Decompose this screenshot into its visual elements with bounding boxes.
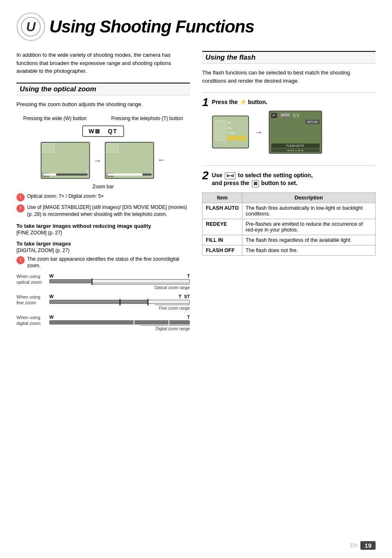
- flash-menu-item-1: ⊠: [227, 120, 247, 125]
- bar-marker-2: [120, 299, 120, 306]
- wt-graphic: W⊠ QT: [82, 125, 124, 137]
- flash-item-2: FILL IN: [203, 235, 242, 245]
- bar-inner-2: [50, 300, 148, 303]
- zoom-bar-visual-optical: W T Optical zoom range: [49, 273, 190, 290]
- flash-item-1: REDEYE: [203, 219, 242, 235]
- note-item-2: ! Use of [IMAGE STABILIZER] (still image…: [16, 204, 190, 218]
- wifi-badge: ((·)): [293, 113, 300, 117]
- zoom-t-label-1: T: [187, 273, 190, 278]
- cam-overlay-tele: [106, 144, 119, 153]
- flash-table-row-2: FILL INThe flash fires regardless of the…: [203, 235, 376, 245]
- flash-options-bar: AUTO ⊙ ⚡ ⊗: [271, 148, 320, 152]
- zoom-side-label-fine: When usingfine zoom: [16, 294, 49, 306]
- flash-step-1: 1 Press the ⚡ button. ⊠ OK FUNC ⚡: [202, 97, 376, 160]
- optical-zoom-range-label: Optical zoom range: [92, 284, 190, 290]
- col-header-item: Item: [203, 192, 242, 203]
- zoom-diagram-fine: When usingfine zoom W T ST Fine zoom ran…: [16, 294, 190, 310]
- wide-label: Pressing the wide (W) button: [23, 116, 87, 121]
- divider-1: [202, 92, 376, 93]
- step-2-number: 2: [202, 170, 209, 181]
- col-header-desc: Description: [242, 192, 375, 203]
- page-footer: EN 19: [350, 541, 376, 550]
- optical-zoom-intro: Pressing the zoom button adjusts the sho…: [16, 100, 190, 109]
- note-icon-3: !: [16, 256, 25, 264]
- camera-screen-wide: P ≋ 4 128: [41, 142, 90, 179]
- step-2-text: Use ⊳⊲ to select the setting option, and…: [212, 170, 313, 188]
- note-item-1: ! Optical zoom: 7× / Digital zoom: 5×: [16, 193, 190, 201]
- flash-auto-bar: FLASH AUTO: [271, 144, 320, 148]
- page-title: Using Shooting Functions: [49, 17, 254, 37]
- zoom-side-label-optical: When usingoptical zoom: [16, 273, 49, 285]
- bar-marker-3b: [168, 320, 169, 326]
- logo-circle: U: [16, 12, 45, 41]
- flash-menu-item-3: FUNC: [227, 131, 247, 135]
- flash-desc-3: The flash does not fire.: [242, 245, 375, 255]
- flash-desc-0: The flash fires automatically in low-lig…: [242, 203, 375, 219]
- flash-menu-item-2: OK: [227, 126, 247, 130]
- flash-item-3: FLASH OFF: [203, 245, 242, 255]
- zoom-side-label-digital: When usingdigital zoom: [16, 315, 49, 326]
- right-column: Using the flash The flash functions can …: [202, 51, 376, 335]
- step-1-number: 1: [202, 97, 209, 108]
- ref-digital-zoom: [DIGITAL ZOOM] (p. 27): [16, 248, 190, 253]
- tele-label: Pressing the telephoto (T) button: [111, 116, 183, 121]
- zoom-bar-visual-digital: W T Digital zoom range: [49, 315, 190, 331]
- flash-menu-inner-box: [215, 120, 226, 141]
- flash-table: Item Description FLASH AUTOThe flash fir…: [202, 192, 376, 256]
- note-text-1: Optical zoom: 7× / Digital zoom: 5×: [27, 193, 104, 200]
- left-column: In addition to the wide variety of shoot…: [16, 51, 190, 335]
- zoom-t-label-3: T: [187, 315, 190, 320]
- page-number: 19: [360, 541, 376, 550]
- cam-overlay-wide: [42, 144, 55, 153]
- ref-fine-zoom: [FINE ZOOM] (p. 27): [16, 230, 190, 236]
- flash-heading: Using the flash: [202, 51, 376, 64]
- cam-zoom-wide: 4: [86, 169, 88, 172]
- camera-screens-row: P ≋ 4 128 → P ≋ 128 4: [16, 142, 190, 179]
- arrow-back: →: [157, 156, 166, 165]
- camera-screen-tele: P ≋ 128 4: [105, 142, 154, 179]
- flash-desc-2: The flash fires regardless of the availa…: [242, 235, 375, 245]
- flash-arrow: →: [255, 127, 263, 137]
- left-right-icon: ⊳⊲: [225, 172, 235, 179]
- zoom-diagram-optical: When usingoptical zoom W T Optical zoom …: [16, 273, 190, 290]
- flash-table-row-3: FLASH OFFThe flash does not fire.: [203, 245, 376, 255]
- fine-zoom-range-label: Fine zoom range: [155, 305, 190, 310]
- step-1-text: Press the ⚡ button.: [212, 97, 322, 107]
- zoom-button-graphic: W⊠ QT: [16, 125, 190, 137]
- flash-menu-items: ⊠ OK FUNC ⚡: [227, 120, 247, 141]
- intro-text: In addition to the wide variety of shoot…: [16, 51, 190, 75]
- cam-bottom-icon: ○: [225, 142, 227, 145]
- zoom-w-label-2: W: [49, 294, 53, 299]
- bar-outer-2: [49, 300, 190, 304]
- bar-marker-1: [92, 278, 92, 285]
- p-badge: P: [271, 113, 277, 118]
- zoom-t-label-2: T ST: [179, 294, 190, 299]
- flash-step-2: 2 Use ⊳⊲ to select the setting option, a…: [202, 170, 376, 188]
- subhead-digital-zoom: To take larger images: [16, 241, 190, 247]
- flash-menu-item-4-selected: ⚡: [227, 136, 247, 141]
- digital-zoom-range-label: Digital zoom range: [141, 325, 190, 331]
- bar-outer-3: [49, 320, 190, 324]
- flash-intro: The flash functions can be selected to b…: [202, 69, 376, 85]
- note-icon-2: !: [16, 204, 25, 213]
- note-text-2: Use of [IMAGE STABILIZER] (still images)…: [27, 204, 190, 218]
- page-header: U Using Shooting Functions: [16, 12, 376, 41]
- set-btn-icon: ⊠: [252, 180, 259, 187]
- zoom-button-labels: Pressing the wide (W) button Pressing th…: [16, 116, 190, 121]
- logo-u-letter: U: [26, 19, 35, 35]
- en-label: EN: [350, 543, 357, 549]
- note-icon-1: !: [16, 193, 25, 201]
- zoom-bar-label: Zoom bar: [16, 184, 190, 190]
- arrow-wide-to-tele: →: [93, 156, 101, 165]
- zoom-bar-visual-fine: W T ST Fine zoom range: [49, 294, 190, 310]
- zoom-diagram-digital: When usingdigital zoom W T Digital zoom …: [16, 315, 190, 331]
- auto-badge: AUTO: [280, 113, 291, 117]
- zoom-w-label-3: W: [49, 315, 53, 320]
- flash-diagram: ⊠ OK FUNC ⚡ ○ → P AUTO ((·)) SET•OK: [212, 111, 322, 154]
- flash-result-screen: P AUTO ((·)) SET•OK FLASH AUTO AUTO ⊙ ⚡ …: [269, 111, 322, 154]
- flash-bolt-icon: ⚡: [240, 99, 247, 105]
- bar-inner-1: [50, 280, 92, 283]
- bar-marker-2b: [148, 299, 148, 306]
- bar-marker-3: [134, 320, 134, 326]
- optical-zoom-heading: Using the optical zoom: [16, 83, 190, 95]
